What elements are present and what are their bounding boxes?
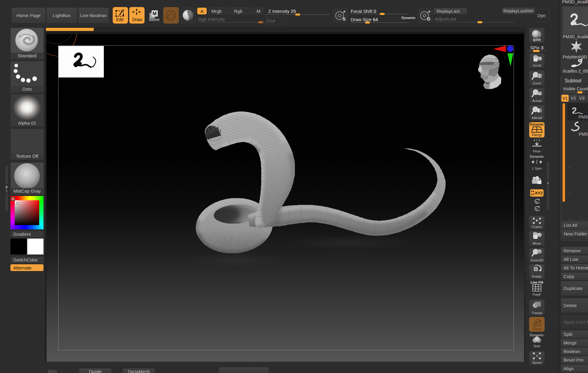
svg-text:M: M [153,11,156,16]
svg-text:Y: Y [536,201,538,204]
svg-text:S: S [343,17,345,21]
svg-text:Z: Z [536,208,537,211]
svg-text:Draw: Draw [132,17,143,22]
svg-text:D: D [427,17,430,21]
svg-text:Edit: Edit [116,17,123,22]
svg-text:x1: x1 [538,92,541,95]
